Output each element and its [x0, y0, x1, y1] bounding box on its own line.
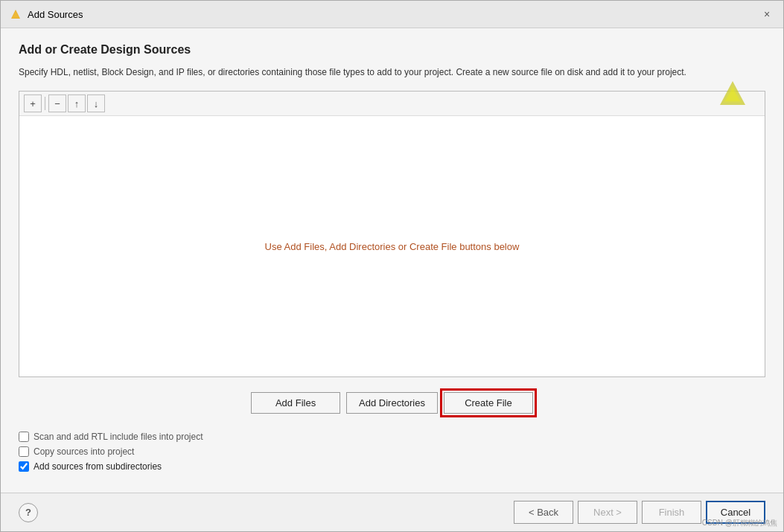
add-subdirs-option: Add sources from subdirectories	[19, 461, 765, 472]
add-subdirs-label[interactable]: Add sources from subdirectories	[34, 461, 162, 472]
title-bar: Add Sources ×	[1, 1, 783, 28]
add-files-button[interactable]: Add Files	[251, 392, 340, 414]
toolbar-separator	[45, 97, 45, 110]
copy-sources-checkbox[interactable]	[19, 446, 29, 457]
copy-sources-label[interactable]: Copy sources into project	[34, 446, 134, 457]
app-icon	[10, 8, 22, 20]
file-area-placeholder: Use Add Files, Add Directories or Create…	[265, 241, 520, 252]
move-down-button[interactable]: ↓	[87, 94, 105, 112]
watermark: CSDN @肝糊糊的鸡焦	[702, 518, 777, 528]
minus-icon: −	[54, 98, 60, 109]
scan-rtl-checkbox[interactable]	[19, 432, 29, 442]
arrow-up-icon: ↑	[74, 98, 80, 109]
vivado-logo	[718, 79, 748, 111]
options-section: Scan and add RTL include files into proj…	[19, 426, 765, 478]
add-subdirs-checkbox[interactable]	[19, 461, 29, 472]
remove-item-button[interactable]: −	[48, 94, 66, 112]
move-up-button[interactable]: ↑	[68, 94, 86, 112]
page-heading: Add or Create Design Sources	[19, 43, 765, 57]
back-button[interactable]: < Back	[514, 501, 573, 524]
title-bar-left: Add Sources	[10, 8, 83, 20]
main-content: Add or Create Design Sources Specify HDL…	[1, 28, 783, 493]
arrow-down-icon: ↓	[94, 98, 99, 109]
create-file-button[interactable]: Create File	[444, 392, 533, 414]
help-button[interactable]: ?	[19, 503, 38, 522]
file-toolbar: + − ↑ ↓	[19, 92, 765, 116]
page-description: Specify HDL, netlist, Block Design, and …	[19, 65, 689, 79]
add-item-button[interactable]: +	[24, 94, 42, 112]
dialog-title: Add Sources	[28, 9, 83, 20]
next-button[interactable]: Next >	[578, 501, 637, 524]
scan-rtl-label[interactable]: Scan and add RTL include files into proj…	[34, 432, 203, 442]
action-button-row: Add Files Add Directories Create File	[19, 386, 765, 417]
file-list-area: Use Add Files, Add Directories or Create…	[19, 116, 765, 376]
close-button[interactable]: ×	[759, 7, 774, 22]
copy-sources-option: Copy sources into project	[19, 446, 765, 457]
add-directories-button[interactable]: Add Directories	[346, 392, 438, 414]
svg-marker-1	[12, 11, 19, 18]
finish-button[interactable]: Finish	[642, 501, 701, 524]
bottom-left: ?	[19, 503, 38, 522]
bottom-bar: ? < Back Next > Finish Cancel	[1, 493, 783, 531]
file-panel: + − ↑ ↓ Use Add Files, Add Directories o…	[19, 91, 765, 377]
scan-rtl-option: Scan and add RTL include files into proj…	[19, 432, 765, 442]
add-sources-dialog: Add Sources × Add or Create Design Sourc…	[0, 0, 784, 532]
add-icon: +	[30, 98, 36, 109]
